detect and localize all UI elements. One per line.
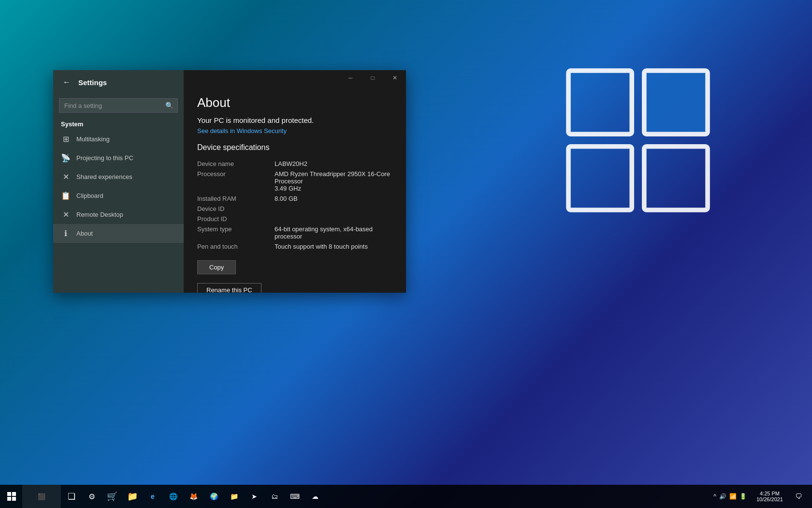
edge-icon[interactable]: e <box>143 485 162 508</box>
svg-rect-3 <box>644 147 708 210</box>
table-row: Device ID <box>197 204 392 214</box>
spec-value-2: 8.00 GB <box>275 194 392 204</box>
remote-icon: ✕ <box>61 210 71 219</box>
rename-button-container: Rename this PC <box>197 283 392 293</box>
search-input[interactable] <box>59 99 161 112</box>
clipboard-icon: 📋 <box>61 191 71 200</box>
sidebar-item-multitasking[interactable]: ⊞ Multitasking <box>53 130 184 149</box>
start-button[interactable] <box>2 485 21 508</box>
app-icon-4[interactable]: 🌍 <box>204 485 223 508</box>
sidebar-item-about[interactable]: ℹ About <box>53 224 184 243</box>
spec-label-5: System type <box>197 224 275 241</box>
sidebar-item-remote[interactable]: ✕ Remote Desktop <box>53 205 184 224</box>
back-button[interactable]: ← <box>61 76 72 89</box>
shared-label: Shared experiences <box>76 173 132 180</box>
spec-value-6: Touch support with 8 touch points <box>275 241 392 252</box>
svg-rect-7 <box>12 497 16 501</box>
spec-label-2: Installed RAM <box>197 194 275 204</box>
spec-value-1: AMD Ryzen Threadripper 2950X 16-Core Pro… <box>275 169 392 194</box>
security-link[interactable]: See details in Windows Security <box>197 127 287 134</box>
section-title: Device specifications <box>197 143 392 152</box>
terminal-icon[interactable]: ➤ <box>245 485 264 508</box>
svg-rect-2 <box>568 147 632 210</box>
shared-icon: ✕ <box>61 172 71 181</box>
app-icon-7[interactable]: 🗂 <box>265 485 284 508</box>
svg-rect-0 <box>568 71 632 134</box>
spec-label-3: Device ID <box>197 204 275 214</box>
table-row: System type 64-bit operating system, x64… <box>197 224 392 241</box>
taskbar: ⬛ ❏ ⚙ 🛒 📁 e 🌐 🦊 🌍 📁 ➤ 🗂 ⌨ ☁ ^ 🔊 📶 🔋 <box>0 485 812 508</box>
sidebar-title: Settings <box>78 78 107 87</box>
settings-taskbar-icon[interactable]: ⚙ <box>82 485 102 508</box>
volume-icon[interactable]: 🔊 <box>719 493 726 500</box>
sys-tray[interactable]: ^ 🔊 📶 🔋 <box>710 493 751 500</box>
desktop: ← Settings 🔍 System ⊞ Multitasking 📡 Pro… <box>0 0 812 508</box>
spec-label-6: Pen and touch <box>197 241 275 252</box>
spec-value-3 <box>275 204 392 214</box>
store-taskbar-icon[interactable]: 🛒 <box>102 485 122 508</box>
browser-icon-2[interactable]: 🌐 <box>163 485 183 508</box>
nav-section-label: System <box>53 117 184 130</box>
search-button[interactable]: 🔍 <box>161 99 177 112</box>
network-icon[interactable]: 📶 <box>729 493 737 500</box>
task-view-button[interactable]: ❏ <box>62 485 81 508</box>
taskbar-clock[interactable]: 4:25 PM 10/26/2021 <box>753 491 787 502</box>
projecting-label: Projecting to this PC <box>76 154 133 162</box>
app-icon-9[interactable]: ☁ <box>305 485 325 508</box>
battery-icon[interactable]: 🔋 <box>740 493 747 500</box>
app-icon-8[interactable]: ⌨ <box>285 485 304 508</box>
date-display: 10/26/2021 <box>756 496 783 502</box>
svg-rect-6 <box>7 497 11 501</box>
close-button[interactable]: ✕ <box>384 70 406 86</box>
notification-icon[interactable]: 🗨 <box>789 485 808 508</box>
search-taskbar-button[interactable]: ⬛ <box>22 485 61 508</box>
multitasking-label: Multitasking <box>76 135 110 143</box>
titlebar: ─ □ ✕ <box>184 70 406 86</box>
about-icon: ℹ <box>61 229 71 238</box>
spec-value-4 <box>275 214 392 224</box>
protected-text: Your PC is monitored and protected. <box>197 116 392 124</box>
specs-table: Device name LABW20H2 Processor AMD Ryzen… <box>197 159 392 252</box>
chevron-icon[interactable]: ^ <box>713 493 716 500</box>
sidebar-header: ← Settings <box>53 70 184 94</box>
spec-value-5: 64-bit operating system, x64-based proce… <box>275 224 392 241</box>
rename-button[interactable]: Rename this PC <box>197 283 261 293</box>
remote-label: Remote Desktop <box>76 211 123 218</box>
app-icon-5[interactable]: 📁 <box>224 485 244 508</box>
table-row: Installed RAM 8.00 GB <box>197 194 392 204</box>
table-row: Product ID <box>197 214 392 224</box>
table-row: Processor AMD Ryzen Threadripper 2950X 1… <box>197 169 392 194</box>
maximize-button[interactable]: □ <box>362 70 384 86</box>
main-content: ─ □ ✕ About Your PC is monitored and pro… <box>184 70 406 293</box>
search-box[interactable]: 🔍 <box>59 98 178 113</box>
projecting-icon: 📡 <box>61 153 71 163</box>
windows-logo <box>561 63 715 218</box>
multitasking-icon: ⊞ <box>61 134 71 144</box>
action-buttons: Copy <box>197 260 392 279</box>
sidebar-item-shared[interactable]: ✕ Shared experiences <box>53 167 184 186</box>
taskbar-right: ^ 🔊 📶 🔋 4:25 PM 10/26/2021 🗨 <box>710 485 812 508</box>
table-row: Device name LABW20H2 <box>197 159 392 169</box>
about-label: About <box>76 230 93 237</box>
app-icon-3[interactable]: 🦊 <box>184 485 203 508</box>
taskbar-left: ⬛ ❏ ⚙ 🛒 📁 e 🌐 🦊 🌍 📁 ➤ 🗂 ⌨ ☁ <box>0 485 327 508</box>
time-display: 4:25 PM <box>760 491 780 496</box>
clipboard-label: Clipboard <box>76 192 103 199</box>
content-body: About Your PC is monitored and protected… <box>184 86 406 293</box>
spec-label-1: Processor <box>197 169 275 194</box>
spec-label-0: Device name <box>197 159 275 169</box>
page-title: About <box>197 95 392 110</box>
minimize-button[interactable]: ─ <box>339 70 362 86</box>
spec-value-0: LABW20H2 <box>275 159 392 169</box>
svg-rect-4 <box>7 492 11 496</box>
sidebar-item-clipboard[interactable]: 📋 Clipboard <box>53 186 184 205</box>
settings-window: ← Settings 🔍 System ⊞ Multitasking 📡 Pro… <box>53 70 406 293</box>
sidebar-item-projecting[interactable]: 📡 Projecting to this PC <box>53 149 184 167</box>
spec-label-4: Product ID <box>197 214 275 224</box>
table-row: Pen and touch Touch support with 8 touch… <box>197 241 392 252</box>
copy-button[interactable]: Copy <box>197 260 236 274</box>
svg-rect-5 <box>12 492 16 496</box>
svg-rect-1 <box>644 71 708 134</box>
file-explorer-icon[interactable]: 📁 <box>123 485 142 508</box>
settings-sidebar: ← Settings 🔍 System ⊞ Multitasking 📡 Pro… <box>53 70 184 293</box>
